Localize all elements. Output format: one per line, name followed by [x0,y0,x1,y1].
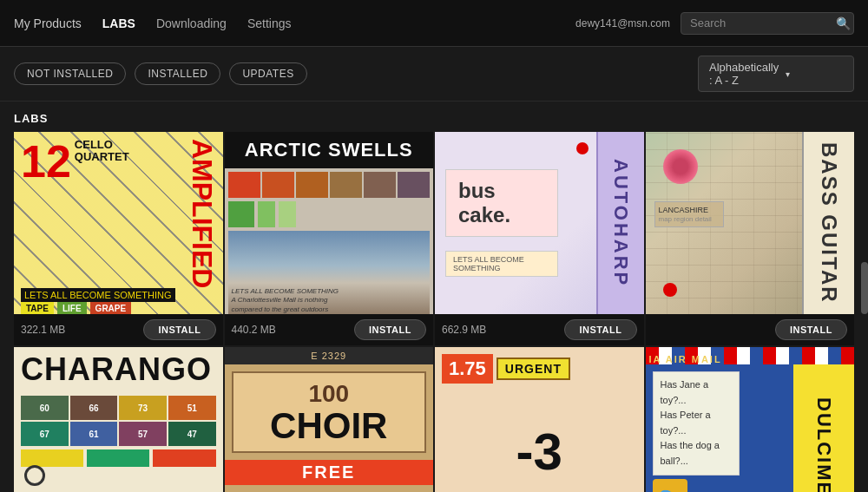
install-button-bass-guitar[interactable]: INSTALL [775,319,847,340]
product-card-dulcimer[interactable]: IA AIR MAIL Has Jane atoy?...Has Peter a… [646,347,855,492]
product-thumb-dulcimer: IA AIR MAIL Has Jane atoy?...Has Peter a… [646,347,855,492]
product-card-charango[interactable]: CHARANGO 60 66 73 51 67 61 57 47 [14,347,223,492]
nav-my-products[interactable]: My Products [14,13,82,34]
product-footer-amplified-quartet: 322.1 MB INSTALL [14,314,223,345]
section-title: LABS [0,102,868,132]
product-size: 440.2 MB [232,324,276,336]
main-nav: My Products LABS Downloading Settings [14,13,575,34]
nav-labs[interactable]: LABS [102,13,135,34]
content-area: 12 CELLOQUARTET AMPLIFIED LETS ALL BECOM… [0,132,868,492]
nav-settings[interactable]: Settings [247,13,292,34]
product-thumb-arctic-swells: ARCTIC SWELLS LE [225,132,434,314]
product-thumb-choir: E 2329 100 CHOIR FREE [225,347,434,492]
product-card-amplified-quartet[interactable]: 12 CELLOQUARTET AMPLIFIED LETS ALL BECOM… [14,132,223,345]
app-header: My Products LABS Downloading Settings de… [0,0,868,47]
sort-label: Alphabetically : A - Z [709,61,779,87]
product-thumb-amplified-quartet: 12 CELLOQUARTET AMPLIFIED LETS ALL BECOM… [14,132,223,314]
product-footer-autoharp: 662.9 MB INSTALL [435,314,644,345]
sort-dropdown[interactable]: Alphabetically : A - Z ▾ [698,56,854,92]
product-thumb-dr: 1.75 URGENT -3 5/4 [435,347,644,492]
product-thumb-bass-guitar: LANCASHIREmap region detail BASS GUITAR [646,132,855,314]
product-card-choir[interactable]: E 2329 100 CHOIR FREE [225,347,434,492]
product-card-autoharp[interactable]: bus cake. LETS ALL BECOME SOMETHING AUTO… [435,132,644,345]
products-grid: 12 CELLOQUARTET AMPLIFIED LETS ALL BECOM… [0,132,868,492]
user-email: dewy141@msn.com [575,17,670,30]
product-footer-bass-guitar: INSTALL [646,314,855,345]
product-thumb-autoharp: bus cake. LETS ALL BECOME SOMETHING AUTO… [435,132,644,314]
filter-bar: NOT INSTALLED INSTALLED UPDATES Alphabet… [0,47,868,102]
filter-installed[interactable]: INSTALLED [135,62,220,85]
install-button-autoharp[interactable]: INSTALL [564,319,636,340]
search-bar[interactable]: 🔍 [681,12,854,35]
install-button-arctic-swells[interactable]: INSTALL [354,319,426,340]
product-thumb-charango: CHARANGO 60 66 73 51 67 61 57 47 [14,347,223,492]
filter-not-installed[interactable]: NOT INSTALLED [14,62,126,85]
product-card-bass-guitar[interactable]: LANCASHIREmap region detail BASS GUITAR … [646,132,855,345]
product-size: 662.9 MB [442,324,486,336]
product-card-dr[interactable]: 1.75 URGENT -3 5/4 [435,347,644,492]
search-input[interactable] [690,16,836,30]
chevron-down-icon: ▾ [786,69,843,79]
nav-downloading[interactable]: Downloading [156,13,227,34]
search-icon[interactable]: 🔍 [836,16,851,30]
install-button-amplified-quartet[interactable]: INSTALL [143,319,215,340]
product-footer-arctic-swells: 440.2 MB INSTALL [225,314,434,345]
product-card-arctic-swells[interactable]: ARCTIC SWELLS LE [225,132,434,345]
product-size: 322.1 MB [21,324,65,336]
scrollbar[interactable] [861,262,868,314]
filter-updates[interactable]: UPDATES [229,62,306,85]
arctic-title: ARCTIC SWELLS [225,132,434,168]
